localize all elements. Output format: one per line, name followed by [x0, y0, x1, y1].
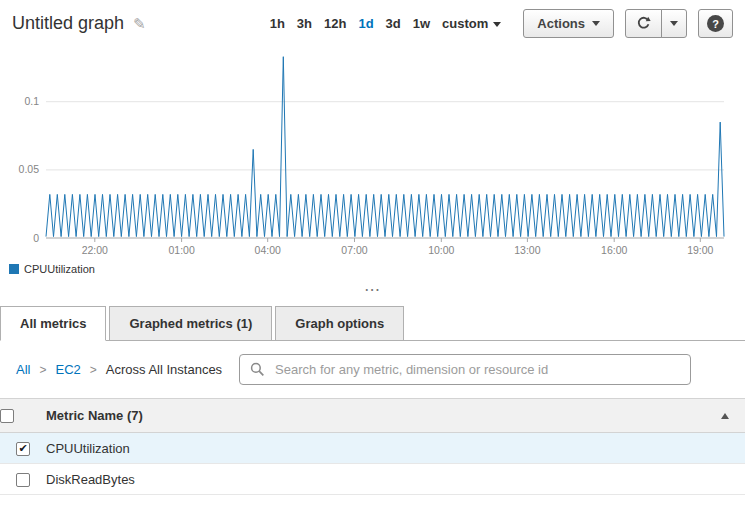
time-range-custom[interactable]: custom: [436, 14, 507, 33]
x-tick-label: 07:00: [341, 244, 367, 256]
metrics-tabs: All metricsGraphed metrics (1)Graph opti…: [0, 306, 745, 341]
refresh-icon: [636, 16, 651, 31]
table-row[interactable]: ✔CPUUtilization: [0, 433, 745, 464]
metrics-chart: 00.050.122:0001:0004:0007:0010:0013:0016…: [0, 42, 745, 262]
actions-button[interactable]: Actions: [523, 9, 614, 38]
breadcrumb-item-across-all-instances: Across All Instances: [106, 362, 222, 377]
time-range-3h[interactable]: 3h: [291, 14, 318, 33]
breadcrumb-separator: >: [39, 363, 46, 377]
x-tick-label: 22:00: [82, 244, 108, 256]
x-tick-label: 16:00: [601, 244, 627, 256]
refresh-button-group: [625, 9, 687, 38]
metric-name-cell: DiskReadBytes: [46, 464, 745, 495]
time-range-12h[interactable]: 12h: [318, 14, 352, 33]
refresh-button[interactable]: [625, 9, 662, 38]
row-checkbox[interactable]: [16, 473, 30, 487]
breadcrumb: All>EC2>Across All Instances: [16, 362, 222, 377]
x-tick-label: 13:00: [514, 244, 540, 256]
select-all-checkbox[interactable]: [0, 409, 14, 423]
time-range-1w[interactable]: 1w: [407, 14, 436, 33]
metric-search-input[interactable]: [273, 361, 680, 378]
refresh-options-button[interactable]: [661, 9, 687, 38]
all-metrics-panel: All>EC2>Across All Instances Metric N: [0, 341, 745, 495]
breadcrumb-separator: >: [90, 363, 97, 377]
metric-name-column-header[interactable]: Metric Name (7): [46, 408, 143, 423]
x-tick-label: 01:00: [168, 244, 194, 256]
graph-title: Untitled graph: [12, 13, 124, 34]
question-mark-icon: ?: [707, 15, 724, 32]
time-range-3d[interactable]: 3d: [380, 14, 407, 33]
tab-graphed-metrics-1[interactable]: Graphed metrics (1): [109, 306, 272, 341]
time-range-1h[interactable]: 1h: [264, 14, 291, 33]
legend-item[interactable]: CPUUtilization: [9, 263, 95, 275]
y-tick-label: 0.1: [24, 95, 39, 107]
legend-color-swatch: [9, 264, 19, 274]
caret-down-icon: [493, 22, 501, 27]
cpuutilization-series-line: [46, 57, 724, 237]
cloudwatch-metrics-page: Untitled graph ✎ 1h3h12h1d3d1wcustom Act…: [0, 0, 745, 514]
x-tick-label: 10:00: [428, 244, 454, 256]
actions-button-label: Actions: [537, 16, 585, 31]
y-tick-label: 0: [33, 232, 39, 244]
metric-search-box: [239, 354, 691, 385]
graph-header: Untitled graph ✎ 1h3h12h1d3d1wcustom Act…: [0, 0, 745, 42]
x-tick-label: 19:00: [687, 244, 713, 256]
chart-section: 00.050.122:0001:0004:0007:0010:0013:0016…: [0, 42, 745, 276]
table-header-row: Metric Name (7): [0, 399, 745, 433]
metric-name-cell: CPUUtilization: [46, 433, 745, 464]
metrics-table: Metric Name (7) ✔CPUUtilizationDiskReadB…: [0, 398, 745, 495]
caret-down-icon: [670, 21, 678, 26]
header-actions: Actions ?: [523, 9, 735, 38]
time-range-1d[interactable]: 1d: [352, 14, 379, 33]
time-range-selector: 1h3h12h1d3d1wcustom: [264, 14, 508, 33]
tab-all-metrics[interactable]: All metrics: [0, 306, 106, 341]
row-checkbox-cell: [0, 464, 46, 495]
legend-label: CPUUtilization: [24, 263, 95, 275]
y-tick-label: 0.05: [19, 163, 40, 175]
caret-down-icon: [592, 21, 600, 26]
metrics-toolbar: All>EC2>Across All Instances: [0, 341, 745, 398]
breadcrumb-item-ec2[interactable]: EC2: [55, 362, 80, 377]
breadcrumb-item-all[interactable]: All: [16, 362, 30, 377]
resize-handle[interactable]: ⋯: [0, 276, 745, 298]
x-tick-label: 04:00: [255, 244, 281, 256]
table-row[interactable]: DiskReadBytes: [0, 464, 745, 495]
row-checkbox[interactable]: ✔: [16, 442, 30, 456]
row-checkbox-cell: ✔: [0, 433, 46, 464]
chart-legend: CPUUtilization: [0, 263, 745, 276]
help-button[interactable]: ?: [698, 9, 733, 38]
edit-title-icon[interactable]: ✎: [133, 15, 146, 33]
search-icon: [250, 362, 265, 377]
sort-ascending-icon[interactable]: [721, 413, 729, 419]
tab-graph-options[interactable]: Graph options: [275, 306, 404, 341]
